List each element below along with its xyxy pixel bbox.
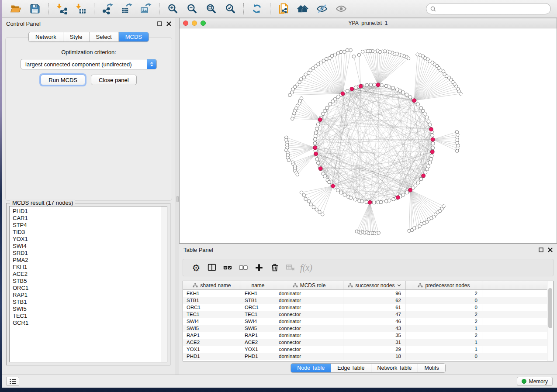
column-header-predecessor-nodes[interactable]: predecessor nodes bbox=[406, 281, 482, 289]
zoom-fit-icon[interactable] bbox=[204, 2, 218, 15]
column-browser-icon[interactable] bbox=[204, 261, 220, 274]
mcds-result-item[interactable]: SWI4 bbox=[13, 243, 161, 250]
tab-style[interactable]: Style bbox=[63, 32, 90, 41]
tab-network-table[interactable]: Network Table bbox=[371, 364, 419, 372]
network-canvas[interactable] bbox=[180, 28, 557, 243]
unselect-all-icon[interactable] bbox=[235, 261, 251, 274]
mcds-result-list: PHD1CAR1STP4TID3YOX1SWI4SRD1PMA2FKH1ACE2… bbox=[9, 206, 167, 362]
mcds-result-item[interactable]: ACE2 bbox=[13, 271, 161, 278]
cell-successor-nodes: 47 bbox=[343, 311, 406, 318]
panel-splitter[interactable] bbox=[176, 18, 179, 375]
minimize-window-icon[interactable] bbox=[192, 21, 197, 26]
mcds-result-item[interactable]: SWI5 bbox=[13, 306, 161, 313]
mcds-result-item[interactable]: PMA2 bbox=[13, 257, 161, 264]
new-network-from-selection-icon[interactable] bbox=[277, 2, 290, 15]
tab-node-table[interactable]: Node Table bbox=[291, 364, 331, 372]
toolbar-separator bbox=[94, 3, 94, 14]
mcds-result-item[interactable]: STB1 bbox=[13, 299, 161, 306]
close-window-icon[interactable] bbox=[183, 21, 188, 26]
splitter-grip-icon[interactable] bbox=[176, 196, 179, 202]
network-graph[interactable] bbox=[180, 28, 557, 243]
table-row[interactable]: TEC1TEC1connector472 bbox=[183, 311, 547, 318]
column-namespace-icon bbox=[418, 283, 423, 288]
open-session-icon[interactable] bbox=[9, 2, 22, 15]
export-image-icon[interactable] bbox=[139, 2, 152, 15]
close-table-panel-icon[interactable] bbox=[548, 248, 553, 252]
mcds-result-item[interactable]: YOX1 bbox=[13, 236, 161, 243]
mcds-result-item[interactable]: SRD1 bbox=[13, 250, 161, 257]
table-row[interactable]: YOX1YOX1connector291 bbox=[183, 346, 547, 353]
export-network-icon[interactable] bbox=[101, 2, 114, 15]
zoom-selected-icon[interactable] bbox=[224, 2, 237, 15]
column-header-shared-name[interactable]: shared name bbox=[183, 281, 241, 289]
tab-network[interactable]: Network bbox=[29, 32, 63, 41]
refresh-icon[interactable] bbox=[250, 2, 263, 15]
mcds-result-item[interactable]: RAP1 bbox=[13, 292, 161, 299]
first-neighbors-icon[interactable] bbox=[296, 2, 309, 15]
import-network-icon[interactable] bbox=[55, 2, 68, 15]
search-input[interactable] bbox=[439, 6, 547, 12]
delete-column-icon[interactable] bbox=[267, 261, 283, 274]
save-session-icon[interactable] bbox=[28, 2, 42, 15]
table-row[interactable]: FKH1FKH1dominator962 bbox=[183, 290, 547, 297]
tab-select[interactable]: Select bbox=[90, 32, 119, 41]
table-row[interactable]: SWI5SWI5connector431 bbox=[183, 325, 547, 332]
hide-selected-icon[interactable] bbox=[315, 2, 329, 15]
result-list-scrollbar[interactable] bbox=[161, 206, 167, 362]
tab-mcds[interactable]: MCDS bbox=[119, 32, 149, 41]
cell-successor-nodes: 35 bbox=[343, 332, 406, 339]
column-header-successor-nodes[interactable]: successor nodes bbox=[343, 281, 406, 289]
mcds-result-item[interactable]: TID3 bbox=[13, 229, 161, 236]
table-row[interactable]: RAP1RAP1dominator352 bbox=[183, 332, 547, 339]
table-row[interactable]: SWI4SWI4dominator462 bbox=[183, 318, 547, 325]
import-table-icon[interactable] bbox=[74, 2, 87, 15]
table-panel-title: Table Panel bbox=[183, 247, 213, 253]
delete-table-icon[interactable] bbox=[283, 261, 298, 274]
tab-edge-table[interactable]: Edge Table bbox=[331, 364, 371, 372]
cell-MCDS-role: connector bbox=[275, 346, 343, 353]
mcds-result-item[interactable]: STP4 bbox=[13, 222, 161, 229]
cell-name: PHD1 bbox=[241, 353, 275, 360]
main-toolbar bbox=[2, 0, 557, 18]
table-row[interactable]: STB1STB1dominator620 bbox=[183, 297, 547, 304]
mcds-result-item[interactable]: CAR1 bbox=[13, 215, 161, 222]
zoom-in-icon[interactable] bbox=[166, 2, 179, 15]
mcds-result-item[interactable]: FKH1 bbox=[13, 264, 161, 271]
mcds-result-item[interactable]: PHD1 bbox=[13, 208, 161, 215]
table-row[interactable]: PHD1PHD1dominator180 bbox=[183, 353, 547, 360]
mcds-result-item[interactable]: GCR1 bbox=[13, 320, 161, 327]
cell-shared-name: TEC1 bbox=[183, 311, 241, 318]
column-header-MCDS-role[interactable]: MCDS role bbox=[275, 281, 343, 289]
select-all-icon[interactable] bbox=[220, 261, 235, 274]
tab-motifs[interactable]: Motifs bbox=[418, 364, 445, 372]
cell-successor-nodes: 96 bbox=[343, 290, 406, 297]
mcds-result-item[interactable]: STB5 bbox=[13, 278, 161, 285]
mcds-result-item[interactable]: TEC1 bbox=[13, 313, 161, 320]
close-panel-icon[interactable] bbox=[166, 21, 171, 26]
table-row[interactable]: ACE2ACE2connector311 bbox=[183, 339, 547, 346]
table-row[interactable]: ORC1ORC1dominator610 bbox=[183, 304, 547, 311]
memory-button[interactable]: Memory bbox=[517, 377, 553, 386]
table-scrollbar[interactable] bbox=[547, 281, 553, 361]
close-panel-button[interactable]: Close panel bbox=[91, 75, 137, 85]
column-header-name[interactable]: name bbox=[241, 281, 275, 289]
run-mcds-button[interactable]: Run MCDS bbox=[41, 75, 85, 85]
task-history-button[interactable] bbox=[6, 377, 19, 386]
export-table-icon[interactable] bbox=[120, 2, 133, 15]
criterion-dropdown[interactable]: largest connected component (undirected) bbox=[21, 59, 157, 69]
show-all-icon[interactable] bbox=[335, 2, 348, 15]
add-column-icon[interactable] bbox=[251, 261, 267, 274]
float-table-panel-icon[interactable] bbox=[539, 248, 543, 252]
dropdown-stepper-icon bbox=[147, 59, 156, 69]
function-builder-icon[interactable]: f(x) bbox=[298, 261, 314, 274]
mcds-result-item[interactable]: ORC1 bbox=[13, 285, 161, 292]
zoom-out-icon[interactable] bbox=[185, 2, 198, 15]
search-field[interactable] bbox=[426, 3, 551, 14]
control-panel-tabs: NetworkStyleSelectMCDS bbox=[28, 32, 149, 42]
network-window-titlebar: YPA_prune.txt_1 bbox=[180, 18, 557, 28]
float-panel-icon[interactable] bbox=[157, 21, 162, 26]
table-scrollbar-thumb[interactable] bbox=[548, 288, 552, 328]
maximize-window-icon[interactable] bbox=[201, 21, 206, 26]
table-options-icon[interactable]: ⚙ bbox=[188, 261, 204, 274]
cell-predecessor-nodes: 2 bbox=[406, 290, 482, 297]
